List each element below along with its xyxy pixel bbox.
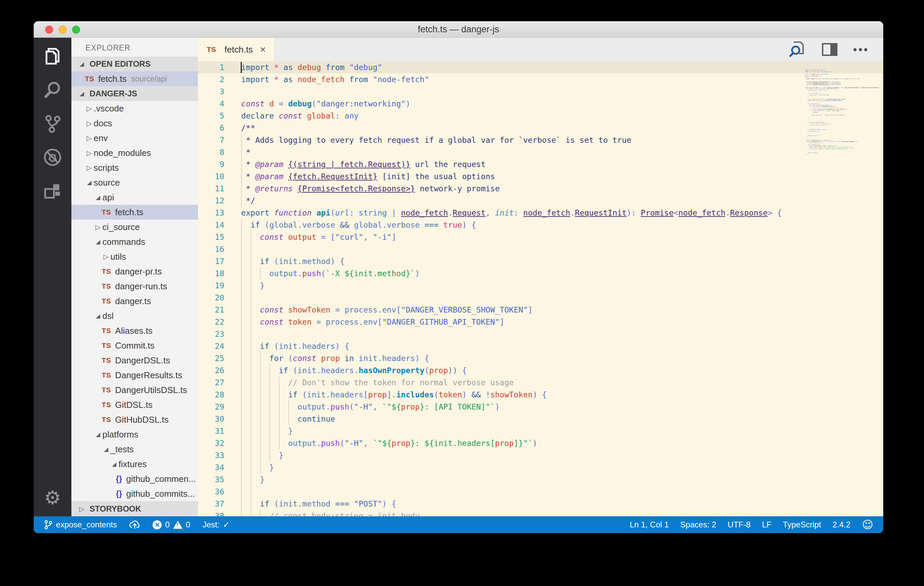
folder-node-modules[interactable]: ▷node_modules: [71, 145, 198, 160]
folder-commands[interactable]: ◢commands: [71, 234, 198, 249]
folder-scripts[interactable]: ▷scripts: [71, 160, 198, 175]
ts-file-icon: TS: [102, 282, 111, 290]
ts-file-icon: TS: [102, 342, 111, 350]
folder-docs[interactable]: ▷docs: [71, 116, 198, 131]
tree-item-label: danger-pr.ts: [115, 266, 162, 277]
git-branch-item[interactable]: expose_contents: [44, 520, 117, 530]
chevron-collapsed-icon: ▷: [85, 104, 94, 112]
file-danger-ts[interactable]: TSdanger.ts: [71, 294, 198, 309]
code-line-13: export function api(url: string | node_f…: [198, 207, 883, 219]
folder-platforms[interactable]: ◢platforms: [71, 427, 198, 442]
line-number: 33: [198, 449, 241, 461]
line-number: 32: [198, 437, 241, 449]
settings-gear-icon[interactable]: ⚙: [43, 488, 62, 508]
more-actions-icon[interactable]: •••: [853, 46, 869, 53]
explorer-icon[interactable]: [43, 46, 62, 66]
code-line-36: [198, 485, 883, 498]
folder-env[interactable]: ▷env: [71, 131, 198, 145]
line-number-gutter: 1234567891011121314151617181920212223242…: [198, 61, 241, 516]
split-editor-icon[interactable]: [822, 43, 837, 56]
code-line-28: if (init.headers[prop].includes(token) &…: [198, 389, 883, 401]
tree-item-label: github_commits...: [126, 489, 195, 499]
cursor-position-item[interactable]: Ln 1, Col 1: [630, 520, 669, 530]
tree-item-label: ci_source: [102, 222, 140, 233]
tree-item-label: platforms: [102, 429, 139, 440]
file-fetch-ts[interactable]: TSfetch.ts: [71, 205, 198, 220]
warnings-count: 0: [186, 520, 190, 530]
folder-source[interactable]: ◢source: [71, 175, 198, 190]
minimap[interactable]: import * as debug from "debug"import * a…: [805, 69, 881, 167]
sync-item[interactable]: [129, 520, 140, 530]
file-dangerutilsdsl-ts[interactable]: TSDangerUtilsDSL.ts: [71, 383, 198, 398]
file-dangerresults-ts[interactable]: TSDangerResults.ts: [71, 368, 198, 383]
encoding-item[interactable]: UTF-8: [728, 520, 751, 530]
line-number: 4: [198, 97, 241, 110]
jest-check-icon: ✓: [223, 520, 229, 530]
branch-name: expose_contents: [56, 520, 117, 530]
indentation-item[interactable]: Spaces: 2: [680, 520, 716, 530]
file-dangerdsl-ts[interactable]: TSDangerDSL.ts: [71, 353, 198, 368]
code-line-20: [198, 292, 883, 304]
folder-dsl[interactable]: ◢dsl: [71, 309, 198, 323]
section-header-danger-js[interactable]: ◢DANGER-JS: [71, 86, 198, 101]
section-header-open-editors[interactable]: ◢OPEN EDITORS: [71, 56, 198, 71]
tree-item-label: github_commen...: [126, 474, 196, 484]
folder-utils[interactable]: ▷utils: [71, 249, 198, 264]
problems-item[interactable]: ✕ 0 ! 0: [153, 520, 190, 530]
code-line-33: }: [198, 449, 883, 461]
folder-tests[interactable]: ◢_tests: [71, 442, 198, 457]
eol-item[interactable]: LF: [762, 520, 771, 530]
code-line-19: }: [198, 279, 883, 292]
file-githubdsl-ts[interactable]: TSGitHubDSL.ts: [71, 412, 198, 427]
source-control-icon[interactable]: [43, 114, 62, 134]
tree-item-label: danger.ts: [115, 296, 151, 307]
section-header-storybook[interactable]: ▷STORYBOOK: [71, 501, 198, 516]
tree-item-label: commands: [102, 237, 145, 247]
file-gitdsl-ts[interactable]: TSGitDSL.ts: [71, 398, 198, 412]
search-icon[interactable]: [43, 80, 62, 100]
line-number: 12: [198, 195, 241, 207]
line-number: 6: [198, 122, 241, 134]
file-commit-ts[interactable]: TSCommit.ts: [71, 338, 198, 353]
file-aliases-ts[interactable]: TSAliases.ts: [71, 323, 198, 338]
chevron-expanded-icon: ◢: [94, 431, 102, 438]
ts-file-icon: TS: [102, 401, 111, 409]
folder-ci-source[interactable]: ▷ci_source: [71, 220, 198, 234]
ts-version-item[interactable]: 2.4.2: [832, 520, 850, 530]
folder-vscode[interactable]: ▷.vscode: [71, 101, 198, 116]
feedback-smiley-icon[interactable]: ☺: [862, 519, 873, 530]
folder-api[interactable]: ◢api: [71, 190, 198, 205]
titlebar[interactable]: fetch.ts — danger-js: [34, 21, 883, 38]
folder-fixtures[interactable]: ◢fixtures: [71, 457, 198, 472]
tree-item-label: dsl: [102, 311, 114, 321]
code-line-8: *: [198, 146, 883, 158]
extensions-icon[interactable]: [43, 181, 62, 201]
jest-status-item[interactable]: Jest: ✓: [202, 520, 229, 530]
code-editor[interactable]: import * as debug from "debug"import * a…: [198, 61, 883, 516]
code-line-10: * @param {fetch.RequestInit} [init] the …: [198, 170, 883, 183]
file-fetch-ts[interactable]: TSfetch.tssource/api: [71, 71, 198, 86]
debug-icon[interactable]: [43, 147, 62, 167]
file-github-commen[interactable]: {}github_commen...: [71, 472, 198, 486]
code-pane[interactable]: import * as debug from "debug"import * a…: [198, 61, 883, 516]
tree-item-label: GitHubDSL.ts: [115, 414, 169, 425]
vscode-window: fetch.ts — danger-js: [34, 21, 883, 533]
line-number: 21: [198, 304, 241, 316]
chevron-collapsed-icon: ▷: [85, 119, 94, 127]
tab-fetch-ts[interactable]: TS fetch.ts ×: [198, 38, 275, 61]
file-danger-run-ts[interactable]: TSdanger-run.ts: [71, 279, 198, 294]
open-changes-icon[interactable]: [789, 40, 807, 59]
chevron-expanded-icon: ◢: [94, 194, 102, 201]
activity-bar: ⚙: [34, 38, 71, 516]
language-mode-item[interactable]: TypeScript: [783, 520, 821, 530]
tab-close-icon[interactable]: ×: [260, 45, 266, 54]
line-number: 16: [198, 243, 241, 255]
code-line-12: */: [198, 195, 883, 207]
line-number: 19: [198, 279, 241, 292]
line-number: 35: [198, 474, 241, 485]
warnings-icon: !: [173, 521, 183, 529]
file-github-commits[interactable]: {}github_commits...: [71, 486, 198, 501]
tree-item-label: env: [94, 133, 108, 144]
chevron-expanded-icon: ◢: [78, 61, 86, 68]
file-danger-pr-ts[interactable]: TSdanger-pr.ts: [71, 264, 198, 279]
